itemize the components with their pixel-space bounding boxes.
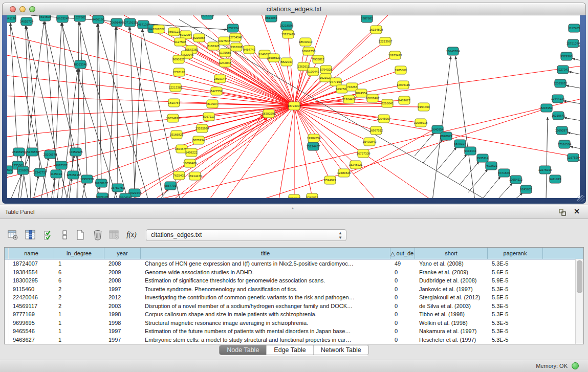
graph-node[interactable]: 9890123 <box>172 55 185 63</box>
graph-node[interactable]: 10996918 <box>414 119 428 127</box>
graph-node[interactable]: 9245013 <box>306 193 318 198</box>
graph-node[interactable]: 13535934 <box>195 124 209 133</box>
graph-node[interactable]: 6879197 <box>454 140 466 148</box>
graph-node[interactable]: 8267110 <box>203 113 215 121</box>
graph-node[interactable]: 9245652 <box>520 185 532 193</box>
graph-node[interactable]: 9097587 <box>55 161 68 169</box>
table-row[interactable]: 969969511998Structural magnetic resonanc… <box>5 319 583 327</box>
tab-node-table[interactable]: Node Table <box>220 345 266 355</box>
column-header-title[interactable]: title <box>141 248 390 259</box>
graph-node[interactable]: 15604541 <box>119 193 133 198</box>
graph-node[interactable]: 9227343 <box>557 65 569 74</box>
table-panel-header[interactable]: ▴ Table Panel ✕ <box>0 205 588 219</box>
graph-node[interactable]: 8822037 <box>280 58 293 66</box>
tab-edge-table[interactable]: Edge Table <box>266 345 313 355</box>
graph-node[interactable]: 16958107 <box>95 179 108 187</box>
graph-node[interactable]: 28053346 <box>74 60 88 69</box>
graph-node[interactable]: 8813054 <box>265 15 277 22</box>
graph-node[interactable]: 16914479 <box>188 172 202 180</box>
column-header-short[interactable]: short <box>415 248 488 259</box>
memory-status-indicator[interactable] <box>572 362 579 369</box>
graph-node[interactable]: 16099489 <box>183 159 197 167</box>
new-document-icon[interactable] <box>74 228 87 242</box>
column-header-name[interactable]: name <box>9 248 54 259</box>
column-header-pagerank[interactable]: pagerank <box>488 248 543 259</box>
graph-node[interactable]: 12754546 <box>229 33 243 41</box>
graph-node[interactable]: 9463627 <box>398 96 410 104</box>
graph-node[interactable]: 8427552 <box>210 87 223 95</box>
graph-node[interactable]: 9466160 <box>92 15 104 24</box>
cells-icon[interactable] <box>58 228 72 242</box>
graph-node[interactable]: 9329366 <box>560 52 573 60</box>
graph-node[interactable]: 7625402 <box>173 171 185 180</box>
graph-node[interactable]: 18640910 <box>299 38 313 46</box>
column-header-year[interactable]: year <box>104 248 141 259</box>
graph-node[interactable]: 16997512 <box>369 126 383 135</box>
graph-node[interactable]: 9127508 <box>174 38 186 46</box>
graph-node[interactable]: 10719155 <box>123 18 137 27</box>
graph-node[interactable]: 9154469 <box>418 103 430 111</box>
float-panel-icon[interactable] <box>558 208 567 216</box>
graph-node[interactable]: 12505135 <box>67 171 80 179</box>
graph-node[interactable]: 19654932 <box>166 114 180 122</box>
graph-node[interactable]: 7839342 <box>288 194 300 198</box>
graph-node[interactable]: 9411013 <box>550 175 562 183</box>
graph-node[interactable]: 10654112 <box>509 176 523 184</box>
graph-node[interactable]: 13325419 <box>281 30 295 38</box>
graph-node[interactable]: 7632621 <box>485 162 497 170</box>
graph-node[interactable]: 8226058 <box>193 34 205 42</box>
graph-node[interactable]: 20206576 <box>43 150 57 159</box>
graph-node[interactable]: 9857791 <box>164 182 177 190</box>
window-resize-grip[interactable] <box>577 195 584 202</box>
table-row[interactable]: 1830029562008Estimation of significance … <box>5 276 583 285</box>
function-builder-icon[interactable]: f(x) <box>125 228 138 242</box>
graph-node[interactable]: 1167530 <box>568 154 580 162</box>
graph-node[interactable]: 15688520 <box>267 54 281 62</box>
graph-node[interactable]: 9860123 <box>168 28 180 36</box>
graph-node[interactable]: 8186328 <box>207 42 220 50</box>
scrollbar-thumb[interactable] <box>577 260 582 293</box>
graph-node[interactable]: 391590 <box>7 166 13 174</box>
select-columns-icon[interactable] <box>24 228 37 242</box>
graph-node[interactable]: 21364456 <box>342 95 356 103</box>
close-panel-icon[interactable]: ✕ <box>574 207 580 215</box>
table-row[interactable]: 911546021997Tourette syndrome. Phenomeno… <box>5 285 583 294</box>
graph-node[interactable]: 18724007 <box>288 102 301 110</box>
graph-node[interactable]: 12444134 <box>551 95 565 103</box>
graph-node[interactable]: 19218596 <box>280 21 294 30</box>
graph-node[interactable]: 7955812 <box>312 55 324 63</box>
column-header-in_degree[interactable]: in_degree <box>54 248 104 259</box>
graph-node[interactable]: 8215953 <box>540 104 553 112</box>
graph-node[interactable]: 16154808 <box>369 26 383 34</box>
table-settings-icon[interactable] <box>6 228 19 242</box>
graph-node[interactable]: 16033809 <box>201 15 214 19</box>
graph-node[interactable]: 2718176 <box>173 68 185 76</box>
graph-node[interactable]: 2803144 <box>214 75 226 83</box>
graph-node[interactable]: 17957253 <box>80 175 94 183</box>
graph-node[interactable]: 7663822 <box>153 25 165 33</box>
graph-node[interactable]: 1117465 <box>569 24 580 32</box>
graph-node[interactable]: 8594923 <box>324 176 336 184</box>
graph-node[interactable]: 19384554 <box>307 134 321 142</box>
table-row[interactable]: 1872400712008Changes of HCN gene express… <box>5 259 583 268</box>
table-row[interactable]: 946362711997Embryonic stem cells: a mode… <box>5 336 583 344</box>
graph-node[interactable]: 3175685 <box>219 49 231 57</box>
network-view[interactable]: 1872400718300295193845541641138140557249… <box>7 15 580 198</box>
table-row[interactable]: 977716911998Corpus callosum shape and si… <box>5 310 583 319</box>
graph-node[interactable]: 15692971 <box>555 126 569 135</box>
vertical-scrollbar[interactable] <box>575 259 583 344</box>
splitter-handle[interactable]: ▴ <box>292 206 294 210</box>
graph-node[interactable]: 15493843 <box>363 138 377 146</box>
table-row[interactable]: 2242004622012Investigating the contribut… <box>5 293 583 302</box>
graph-node[interactable]: 1810754 <box>168 99 180 107</box>
graph-node[interactable]: 8471676 <box>498 169 510 177</box>
graph-node[interactable]: 12093832 <box>554 79 568 87</box>
graph-node[interactable]: 15751074 <box>567 39 580 48</box>
graph-node[interactable]: 9242848 <box>219 59 231 67</box>
graph-node[interactable]: 7857224 <box>227 24 239 32</box>
graph-node[interactable]: 1156869 <box>17 166 30 174</box>
graph-node[interactable]: 3824554 <box>355 89 367 97</box>
graph-node[interactable]: 10757309 <box>357 149 371 158</box>
network-window-titlebar[interactable]: citations_edges.txt <box>2 3 586 15</box>
graph-node[interactable]: 22045907 <box>377 115 391 123</box>
